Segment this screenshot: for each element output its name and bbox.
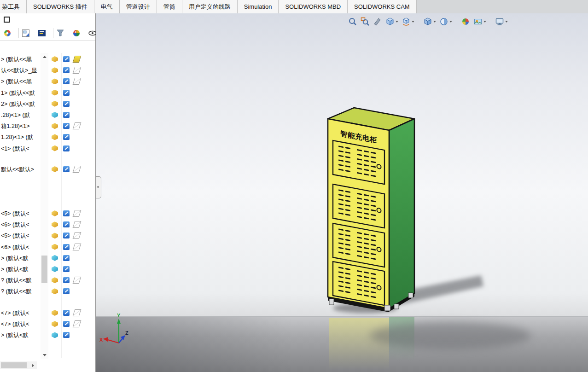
part-icon[interactable] <box>52 210 58 216</box>
display-state-icon[interactable] <box>63 255 70 261</box>
view-orientation-icon[interactable] <box>385 16 398 27</box>
cabinet-model: 智能充电柜 <box>328 108 414 312</box>
part-icon[interactable] <box>52 166 58 172</box>
tree-row-label: > (默认<默 <box>1 330 29 341</box>
horizontal-scrollbar-thumb[interactable] <box>1 362 27 368</box>
part-icon[interactable] <box>52 321 58 327</box>
part-icon[interactable] <box>52 145 58 151</box>
tab-piping[interactable]: 管道设计 <box>120 0 157 13</box>
appearance-icon[interactable] <box>73 320 82 327</box>
section-view-icon[interactable] <box>373 16 382 27</box>
part-icon[interactable] <box>52 310 58 316</box>
tree-row-label: <5> (默认< <box>1 230 29 241</box>
lights-icon[interactable] <box>37 28 47 38</box>
display-state-icon[interactable] <box>63 332 70 338</box>
display-state-icon[interactable] <box>63 277 70 283</box>
tab-solidworks-addins[interactable]: SOLIDWORKS 插件 <box>27 0 94 13</box>
tab-tubing[interactable]: 管筒 <box>157 0 182 13</box>
display-state-icon[interactable] <box>63 56 70 62</box>
part-icon[interactable] <box>52 266 58 272</box>
view-settings-icon[interactable] <box>495 16 508 27</box>
3d-drawing-view-icon[interactable] <box>402 16 414 27</box>
tab-bar-filler <box>417 0 588 13</box>
scroll-right-button[interactable] <box>29 361 37 369</box>
display-state-icon[interactable] <box>63 101 70 107</box>
display-style-icon[interactable] <box>423 16 436 27</box>
appearance-icon[interactable] <box>73 244 82 250</box>
vertical-scrollbar-thumb[interactable] <box>41 256 47 283</box>
panel-splitter-handle[interactable] <box>96 176 101 198</box>
part-icon[interactable] <box>52 232 58 238</box>
display-state-icon[interactable] <box>63 112 70 118</box>
tree-vertical-scrollbar[interactable] <box>41 53 48 359</box>
display-state-icon[interactable] <box>63 321 70 327</box>
display-state-icon[interactable] <box>63 244 70 250</box>
appearance-icon[interactable] <box>73 232 82 239</box>
tab-simulation[interactable]: Simulation <box>238 0 279 13</box>
display-state-icon[interactable] <box>63 67 70 73</box>
dropdown-caret <box>433 21 436 23</box>
hide-show-items-icon[interactable] <box>439 16 452 27</box>
part-icon[interactable] <box>52 134 58 140</box>
appearances-icon[interactable] <box>2 28 12 38</box>
appearance-icon[interactable] <box>73 309 82 316</box>
scroll-up-button[interactable] <box>41 53 48 60</box>
part-icon[interactable] <box>52 112 58 118</box>
display-state-icon[interactable] <box>63 90 70 96</box>
appearance-icon[interactable] <box>73 122 82 129</box>
display-state-icon[interactable] <box>63 166 70 172</box>
part-icon[interactable] <box>52 123 58 129</box>
display-state-icon[interactable] <box>63 134 70 140</box>
zoom-area-icon[interactable] <box>361 16 370 27</box>
tab-user-defined-routes[interactable]: 用户定义的线路 <box>182 0 238 13</box>
display-manager-icon-row <box>0 26 95 41</box>
model-scene[interactable]: 智能充电柜 <box>96 13 588 372</box>
display-state-icon[interactable] <box>63 221 70 227</box>
part-icon[interactable] <box>52 332 58 338</box>
zoom-fit-icon[interactable] <box>348 16 357 27</box>
tree-horizontal-scrollbar[interactable] <box>0 361 37 369</box>
appearance-icon[interactable] <box>73 56 82 63</box>
display-state-icon[interactable] <box>63 145 70 151</box>
part-icon[interactable] <box>52 90 58 96</box>
scroll-down-button[interactable] <box>41 351 48 359</box>
appearance-icon[interactable] <box>73 210 82 217</box>
tab-electrical[interactable]: 电气 <box>94 0 120 13</box>
tab-solidworks-mbd[interactable]: SOLIDWORKS MBD <box>279 0 348 13</box>
feature-manager-panel: > (默认<<黑 认<<默认>_显 > (默认<<黑 1> (默认<<默 <box>0 13 96 372</box>
edit-appearance-icon[interactable] <box>461 16 470 27</box>
part-icon[interactable] <box>52 288 58 294</box>
separator <box>53 28 53 38</box>
tab-render-tools[interactable]: 染工具 <box>0 0 27 13</box>
appearance-icon[interactable] <box>73 221 82 228</box>
decals-icon[interactable] <box>21 28 31 38</box>
tree-row-label: <6> (默认< <box>1 219 29 230</box>
part-icon[interactable] <box>52 101 58 107</box>
display-state-icon[interactable] <box>63 78 70 84</box>
render-tools-icon[interactable] <box>71 28 82 38</box>
display-state-icon[interactable] <box>63 288 70 294</box>
display-state-icon[interactable] <box>63 210 70 216</box>
dropdown-caret <box>449 21 452 23</box>
display-state-icon[interactable] <box>63 232 70 238</box>
part-icon[interactable] <box>52 221 58 227</box>
appearance-icon[interactable] <box>73 166 82 173</box>
apply-scene-icon[interactable] <box>473 16 486 27</box>
tree-row-label: <5> (默认< <box>1 208 29 219</box>
appearance-icon[interactable] <box>73 78 82 85</box>
filter-icon[interactable] <box>55 28 65 38</box>
graphics-area[interactable]: 智能充电柜 <box>96 13 588 372</box>
display-state-icon[interactable] <box>63 123 70 129</box>
display-state-icon[interactable] <box>63 266 70 272</box>
display-state-icon[interactable] <box>63 310 70 316</box>
command-tab-bar: 染工具 SOLIDWORKS 插件 电气 管道设计 管筒 用户定义的线路 Sim… <box>0 0 588 14</box>
part-icon[interactable] <box>52 244 58 250</box>
part-icon[interactable] <box>52 78 58 84</box>
part-icon[interactable] <box>52 255 58 261</box>
part-icon[interactable] <box>52 67 58 73</box>
part-icon[interactable] <box>52 56 58 62</box>
appearance-icon[interactable] <box>73 277 82 284</box>
tab-solidworks-cam[interactable]: SOLIDWORKS CAM <box>348 0 417 13</box>
part-icon[interactable] <box>52 277 58 283</box>
appearance-icon[interactable] <box>73 67 82 74</box>
